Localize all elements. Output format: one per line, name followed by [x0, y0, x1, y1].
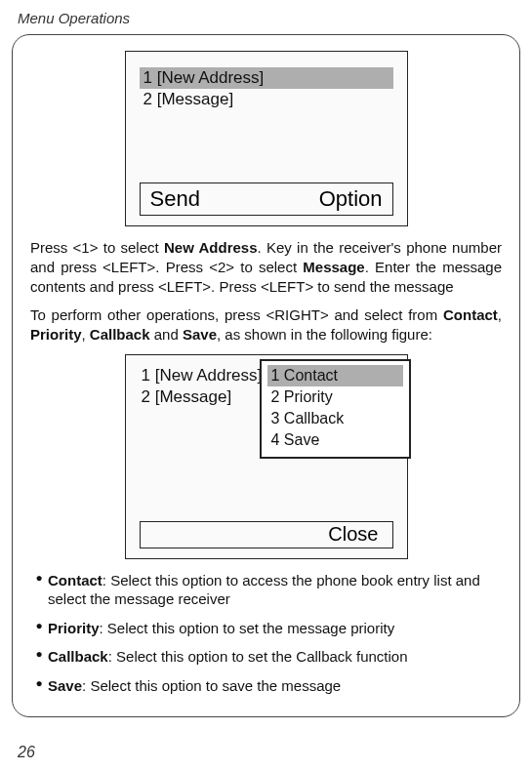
softkey-bar: Send Option — [140, 183, 393, 216]
bullet-contact: ● Contact: Select this option to access … — [30, 571, 502, 609]
bullet-text: : Select this option to access the phone… — [48, 572, 480, 608]
softkey-close[interactable]: Close — [328, 523, 378, 546]
bullet-callback: ● Callback: Select this option to set th… — [30, 647, 502, 667]
bullet-dot-icon: ● — [30, 571, 48, 609]
popup-item-save[interactable]: 4 Save — [267, 429, 403, 451]
figure-option-popup: 1 [New Address] 2 [Message] 1 Contact 2 … — [125, 354, 408, 559]
softkey-bar-2: Close — [140, 521, 393, 548]
list-item-message[interactable]: 2 [Message] — [140, 89, 393, 110]
bullet-text: : Select this option to save the message — [82, 677, 341, 694]
figure2-content: 1 [New Address] 2 [Message] 1 Contact 2 … — [126, 355, 407, 408]
bullet-text: : Select this option to set the Callback… — [108, 648, 408, 665]
paragraph-2: To perform other operations, press <RIGH… — [30, 305, 502, 345]
bullet-list: ● Contact: Select this option to access … — [30, 571, 502, 696]
paragraph-1: Press <1> to select New Address. Key in … — [30, 238, 502, 296]
bullet-dot-icon: ● — [30, 676, 48, 696]
content-frame: 1 [New Address] 2 [Message] Send Option … — [12, 34, 520, 717]
bullet-title: Contact — [48, 572, 102, 588]
text-bold: Message — [303, 259, 364, 275]
list-item-new-address[interactable]: 1 [New Address] — [140, 67, 393, 89]
bullet-priority: ● Priority: Select this option to set th… — [30, 619, 502, 638]
option-popup: 1 Contact 2 Priority 3 Callback 4 Save — [260, 359, 411, 459]
text: , — [498, 306, 502, 323]
text-bold: Contact — [443, 306, 498, 323]
bullet-text: : Select this option to set the message … — [100, 620, 395, 636]
bullet-title: Priority — [48, 620, 100, 636]
popup-item-callback[interactable]: 3 Callback — [267, 408, 403, 429]
bullet-save: ● Save: Select this option to save the m… — [30, 676, 502, 696]
text: , as shown in the following figure: — [217, 326, 432, 343]
figure-address-message: 1 [New Address] 2 [Message] Send Option — [125, 51, 408, 226]
text: , — [82, 326, 90, 343]
softkey-send[interactable]: Send — [150, 186, 200, 212]
text-bold: New Address — [164, 239, 258, 256]
popup-item-priority[interactable]: 2 Priority — [267, 386, 403, 408]
bullet-dot-icon: ● — [30, 647, 48, 667]
page-header: Menu Operations — [0, 0, 532, 32]
text: Press <1> to select — [30, 239, 164, 256]
page-number: 26 — [18, 744, 35, 761]
bullet-title: Callback — [48, 648, 108, 665]
bullet-dot-icon: ● — [30, 619, 48, 638]
text-bold: Save — [183, 326, 217, 343]
popup-item-contact[interactable]: 1 Contact — [267, 365, 403, 386]
text-bold: Priority — [30, 326, 82, 343]
text: To perform other operations, press <RIGH… — [30, 306, 443, 323]
text-bold: Callback — [90, 326, 150, 343]
bullet-title: Save — [48, 677, 82, 694]
text: and — [150, 326, 183, 343]
figure1-list: 1 [New Address] 2 [Message] — [126, 52, 407, 110]
softkey-option[interactable]: Option — [319, 186, 383, 212]
